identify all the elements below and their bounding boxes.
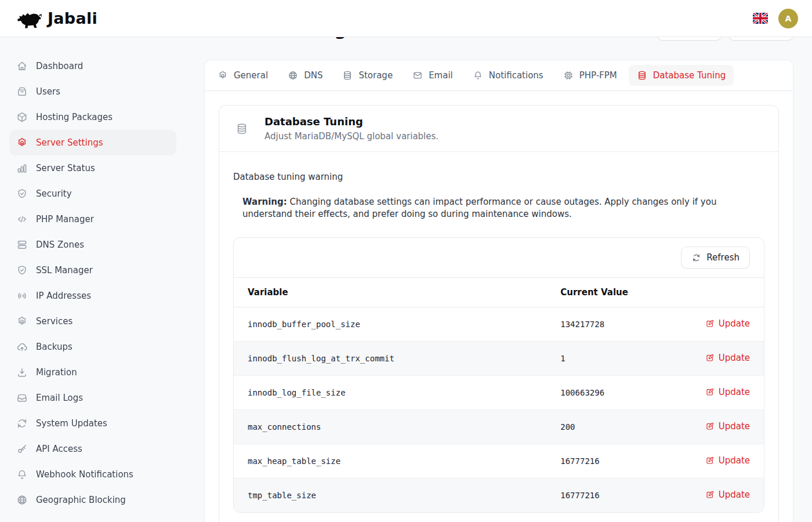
variable-cell: innodb_buffer_pool_size	[234, 307, 546, 342]
section-header: Database Tuning Adjust MariaDB/MySQL glo…	[219, 106, 778, 152]
tab-general[interactable]: General	[209, 65, 276, 86]
sidebar-item-label: API Access	[36, 444, 82, 454]
pencil-square-icon	[705, 387, 715, 397]
settings-card: General DNS Storage Email Notifications …	[204, 60, 793, 522]
sidebar-item-ssl-manager[interactable]: SSL Manager	[9, 258, 176, 283]
tab-label: PHP-FPM	[579, 70, 617, 81]
sidebar-item-migration[interactable]: Migration	[9, 360, 176, 385]
sidebar-item-server-settings[interactable]: Server Settings	[9, 130, 176, 155]
update-button[interactable]: Update	[705, 455, 750, 466]
sidebar-item-label: IP Addresses	[36, 291, 91, 301]
brand[interactable]: Jabali	[14, 7, 97, 30]
sidebar-item-dns-zones[interactable]: DNS Zones	[9, 232, 176, 258]
sidebar-item-backups[interactable]: Backups	[9, 334, 176, 360]
chart-bar-icon	[16, 162, 28, 174]
main-content: Server Settings Export Import General DN…	[186, 0, 812, 522]
update-button[interactable]: Update	[705, 387, 750, 397]
sidebar-item-system-updates[interactable]: System Updates	[9, 411, 176, 436]
sidebar-item-label: Server Settings	[36, 137, 103, 148]
variable-cell: tmp_table_size	[234, 478, 546, 513]
column-header-variable: Variable	[234, 278, 546, 307]
variable-cell: max_heap_table_size	[234, 444, 546, 478]
sidebar-item-dashboard[interactable]: Dashboard	[9, 53, 176, 79]
broadcast-icon	[16, 290, 28, 302]
gear-icon	[217, 70, 228, 81]
sidebar-item-webhook-notifications[interactable]: Webhook Notifications	[9, 462, 176, 487]
variables-table: Variable Current Value innodb_buffer_poo…	[234, 277, 764, 512]
table-row: innodb_log_file_size 100663296 Update	[234, 376, 764, 410]
table-row: max_connections 200 Update	[234, 410, 764, 444]
update-button[interactable]: Update	[705, 353, 750, 363]
inbox-icon	[16, 392, 28, 404]
update-button[interactable]: Update	[705, 318, 750, 329]
avatar[interactable]: A	[778, 9, 798, 28]
pencil-square-icon	[705, 490, 715, 499]
sidebar-item-label: Geographic Blocking	[36, 495, 126, 505]
variables-table-card: Refresh Variable Current Value	[233, 237, 764, 513]
sidebar-item-server-status[interactable]: Server Status	[9, 155, 176, 181]
pencil-square-icon	[705, 456, 715, 465]
server-stack-icon	[16, 239, 28, 251]
table-row: innodb_flush_log_at_trx_commit 1 Update	[234, 342, 764, 376]
tab-storage[interactable]: Storage	[334, 65, 401, 86]
sidebar: Dashboard Users Hosting Packages Server …	[0, 37, 186, 522]
table-header-row: Variable Current Value	[234, 278, 764, 307]
update-button[interactable]: Update	[705, 421, 750, 432]
database-icon	[342, 70, 353, 81]
home-icon	[16, 60, 28, 72]
update-button[interactable]: Update	[705, 490, 750, 500]
gear-icon	[16, 137, 28, 148]
boar-logo-icon	[14, 7, 42, 30]
tab-email[interactable]: Email	[404, 65, 461, 86]
sidebar-item-label: PHP Manager	[36, 214, 94, 224]
sidebar-item-php-manager[interactable]: PHP Manager	[9, 206, 176, 232]
pencil-square-icon	[705, 353, 715, 362]
bell-icon	[16, 469, 28, 480]
value-cell: 1	[546, 342, 684, 376]
tab-label: DNS	[304, 70, 322, 81]
uk-flag-icon	[753, 13, 768, 24]
tab-label: Storage	[358, 70, 393, 81]
tab-php-fpm[interactable]: PHP-FPM	[555, 65, 625, 86]
value-cell: 16777216	[546, 444, 684, 478]
tab-label: Notifications	[489, 70, 543, 81]
refresh-button[interactable]: Refresh	[681, 246, 750, 269]
cpu-icon	[563, 70, 574, 81]
sidebar-item-api-access[interactable]: API Access	[9, 436, 176, 462]
database-tuning-section: Database Tuning Adjust MariaDB/MySQL glo…	[219, 105, 779, 522]
sidebar-item-label: Webhook Notifications	[36, 469, 133, 480]
sidebar-item-label: System Updates	[36, 418, 107, 429]
section-subtitle: Adjust MariaDB/MySQL global variables.	[264, 131, 438, 142]
cube-icon	[16, 111, 28, 123]
variable-cell: max_connections	[234, 410, 546, 444]
sidebar-item-ip-addresses[interactable]: IP Addresses	[9, 283, 176, 309]
sidebar-item-hosting-packages[interactable]: Hosting Packages	[9, 104, 176, 130]
sidebar-item-label: Hosting Packages	[36, 112, 113, 122]
sidebar-item-email-logs[interactable]: Email Logs	[9, 385, 176, 411]
bell-icon	[473, 70, 483, 81]
sidebar-item-label: Security	[36, 188, 72, 199]
tab-dns[interactable]: DNS	[280, 65, 331, 86]
gear-icon	[16, 316, 28, 327]
sidebar-item-label: Users	[36, 86, 60, 97]
cloud-upload-icon	[16, 341, 28, 353]
sidebar-item-geographic-blocking[interactable]: Geographic Blocking	[9, 487, 176, 513]
top-right-controls: A	[752, 9, 798, 28]
table-toolbar: Refresh	[234, 238, 764, 277]
database-icon	[235, 120, 248, 137]
warning-intro: Database tuning warning	[233, 172, 764, 182]
sidebar-item-security[interactable]: Security	[9, 181, 176, 206]
brand-name: Jabali	[48, 9, 97, 27]
variable-cell: innodb_log_file_size	[234, 376, 546, 410]
sidebar-item-users[interactable]: Users	[9, 79, 176, 104]
sidebar-item-services[interactable]: Services	[9, 309, 176, 334]
column-header-actions	[684, 278, 764, 307]
sidebar-item-label: Email Logs	[36, 393, 83, 403]
section-body: Database tuning warning Warning: Changin…	[219, 152, 778, 522]
sidebar-item-label: Migration	[36, 367, 77, 378]
tab-database-tuning[interactable]: Database Tuning	[629, 65, 734, 86]
refresh-icon	[691, 253, 701, 263]
language-flag-button[interactable]	[752, 12, 769, 25]
tab-notifications[interactable]: Notifications	[465, 65, 552, 86]
warning-text: Warning: Changing database settings can …	[242, 196, 764, 220]
